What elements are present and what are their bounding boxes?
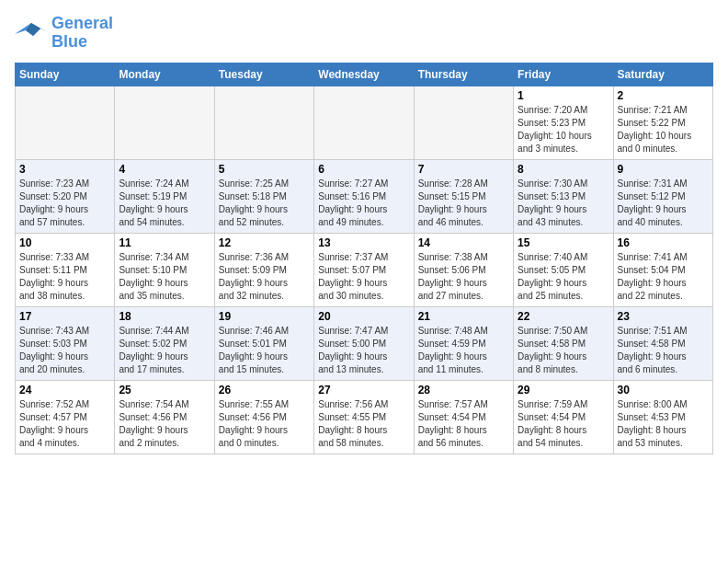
- calendar-cell: [314, 86, 414, 159]
- calendar-cell: 13Sunrise: 7:37 AM Sunset: 5:07 PM Dayli…: [314, 233, 414, 306]
- calendar-cell: 27Sunrise: 7:56 AM Sunset: 4:55 PM Dayli…: [314, 380, 414, 454]
- day-info: Sunrise: 7:23 AM Sunset: 5:20 PM Dayligh…: [19, 178, 110, 229]
- day-number: 11: [119, 236, 210, 249]
- day-number: 19: [219, 310, 310, 323]
- calendar-cell: 3Sunrise: 7:23 AM Sunset: 5:20 PM Daylig…: [16, 159, 115, 233]
- calendar-cell: 23Sunrise: 7:51 AM Sunset: 4:58 PM Dayli…: [613, 306, 712, 380]
- day-number: 5: [219, 163, 310, 176]
- day-info: Sunrise: 7:48 AM Sunset: 4:59 PM Dayligh…: [418, 325, 509, 376]
- weekday-tuesday: Tuesday: [214, 63, 313, 86]
- calendar-cell: 1Sunrise: 7:20 AM Sunset: 5:23 PM Daylig…: [514, 86, 613, 159]
- day-info: Sunrise: 7:47 AM Sunset: 5:00 PM Dayligh…: [318, 325, 409, 376]
- day-info: Sunrise: 7:51 AM Sunset: 4:58 PM Dayligh…: [618, 325, 709, 376]
- calendar-cell: 29Sunrise: 7:59 AM Sunset: 4:54 PM Dayli…: [514, 380, 613, 454]
- day-number: 20: [318, 310, 409, 323]
- day-number: 4: [119, 163, 210, 176]
- weekday-saturday: Saturday: [613, 63, 712, 86]
- calendar-cell: 7Sunrise: 7:28 AM Sunset: 5:15 PM Daylig…: [414, 159, 513, 233]
- weekday-monday: Monday: [115, 63, 214, 86]
- day-info: Sunrise: 7:41 AM Sunset: 5:04 PM Dayligh…: [618, 251, 709, 303]
- calendar-cell: 2Sunrise: 7:21 AM Sunset: 5:22 PM Daylig…: [613, 86, 712, 159]
- calendar-cell: 11Sunrise: 7:34 AM Sunset: 5:10 PM Dayli…: [115, 233, 214, 306]
- day-info: Sunrise: 7:54 AM Sunset: 4:56 PM Dayligh…: [119, 398, 210, 450]
- day-number: 3: [19, 163, 110, 176]
- calendar-cell: 12Sunrise: 7:36 AM Sunset: 5:09 PM Dayli…: [214, 233, 313, 306]
- svg-marker-1: [26, 23, 40, 36]
- logo: General Blue: [15, 15, 113, 52]
- day-info: Sunrise: 7:24 AM Sunset: 5:19 PM Dayligh…: [119, 178, 210, 229]
- day-number: 29: [518, 384, 609, 396]
- calendar-cell: 18Sunrise: 7:44 AM Sunset: 5:02 PM Dayli…: [115, 306, 214, 380]
- calendar-cell: 26Sunrise: 7:55 AM Sunset: 4:56 PM Dayli…: [214, 380, 313, 454]
- day-number: 12: [219, 236, 310, 249]
- calendar-cell: 8Sunrise: 7:30 AM Sunset: 5:13 PM Daylig…: [514, 159, 613, 233]
- calendar-table: SundayMondayTuesdayWednesdayThursdayFrid…: [15, 63, 713, 454]
- day-info: Sunrise: 7:55 AM Sunset: 4:56 PM Dayligh…: [219, 398, 310, 450]
- day-number: 9: [618, 163, 709, 176]
- day-number: 30: [618, 384, 709, 396]
- day-number: 10: [19, 236, 110, 249]
- day-number: 8: [518, 163, 609, 176]
- day-number: 25: [119, 384, 210, 396]
- calendar-cell: 21Sunrise: 7:48 AM Sunset: 4:59 PM Dayli…: [414, 306, 513, 380]
- calendar-cell: 24Sunrise: 7:52 AM Sunset: 4:57 PM Dayli…: [16, 380, 115, 454]
- calendar-cell: 30Sunrise: 8:00 AM Sunset: 4:53 PM Dayli…: [613, 380, 712, 454]
- day-number: 24: [19, 384, 110, 396]
- page-header: General Blue: [15, 15, 713, 52]
- day-number: 17: [19, 310, 110, 323]
- day-info: Sunrise: 7:40 AM Sunset: 5:05 PM Dayligh…: [518, 251, 609, 303]
- weekday-header-row: SundayMondayTuesdayWednesdayThursdayFrid…: [16, 63, 713, 86]
- day-number: 15: [518, 236, 609, 249]
- week-row-2: 3Sunrise: 7:23 AM Sunset: 5:20 PM Daylig…: [16, 159, 713, 233]
- calendar-cell: [16, 86, 115, 159]
- calendar-cell: 20Sunrise: 7:47 AM Sunset: 5:00 PM Dayli…: [314, 306, 414, 380]
- weekday-friday: Friday: [514, 63, 613, 86]
- logo-bird-icon: [15, 19, 48, 47]
- day-info: Sunrise: 7:37 AM Sunset: 5:07 PM Dayligh…: [318, 251, 409, 303]
- day-number: 22: [518, 310, 609, 323]
- calendar-cell: [115, 86, 214, 159]
- day-info: Sunrise: 7:56 AM Sunset: 4:55 PM Dayligh…: [318, 398, 409, 450]
- day-info: Sunrise: 7:36 AM Sunset: 5:09 PM Dayligh…: [219, 251, 310, 303]
- day-number: 13: [318, 236, 409, 249]
- day-info: Sunrise: 7:20 AM Sunset: 5:23 PM Dayligh…: [518, 104, 609, 155]
- day-info: Sunrise: 7:38 AM Sunset: 5:06 PM Dayligh…: [418, 251, 509, 303]
- day-number: 21: [418, 310, 509, 323]
- day-number: 23: [618, 310, 709, 323]
- day-number: 26: [219, 384, 310, 396]
- day-info: Sunrise: 7:59 AM Sunset: 4:54 PM Dayligh…: [518, 398, 609, 450]
- day-number: 16: [618, 236, 709, 249]
- day-info: Sunrise: 7:50 AM Sunset: 4:58 PM Dayligh…: [518, 325, 609, 376]
- week-row-3: 10Sunrise: 7:33 AM Sunset: 5:11 PM Dayli…: [16, 233, 713, 306]
- day-info: Sunrise: 7:28 AM Sunset: 5:15 PM Dayligh…: [418, 178, 509, 229]
- week-row-5: 24Sunrise: 7:52 AM Sunset: 4:57 PM Dayli…: [16, 380, 713, 454]
- day-number: 14: [418, 236, 509, 249]
- day-info: Sunrise: 7:46 AM Sunset: 5:01 PM Dayligh…: [219, 325, 310, 376]
- calendar-cell: 28Sunrise: 7:57 AM Sunset: 4:54 PM Dayli…: [414, 380, 513, 454]
- day-info: Sunrise: 7:25 AM Sunset: 5:18 PM Dayligh…: [219, 178, 310, 229]
- calendar-cell: [414, 86, 513, 159]
- calendar-cell: 4Sunrise: 7:24 AM Sunset: 5:19 PM Daylig…: [115, 159, 214, 233]
- weekday-wednesday: Wednesday: [314, 63, 414, 86]
- calendar-cell: 15Sunrise: 7:40 AM Sunset: 5:05 PM Dayli…: [514, 233, 613, 306]
- calendar-cell: 9Sunrise: 7:31 AM Sunset: 5:12 PM Daylig…: [613, 159, 712, 233]
- calendar-cell: 17Sunrise: 7:43 AM Sunset: 5:03 PM Dayli…: [16, 306, 115, 380]
- calendar-cell: 5Sunrise: 7:25 AM Sunset: 5:18 PM Daylig…: [214, 159, 313, 233]
- calendar-body: 1Sunrise: 7:20 AM Sunset: 5:23 PM Daylig…: [16, 86, 713, 454]
- weekday-thursday: Thursday: [414, 63, 513, 86]
- calendar-cell: 22Sunrise: 7:50 AM Sunset: 4:58 PM Dayli…: [514, 306, 613, 380]
- day-info: Sunrise: 7:43 AM Sunset: 5:03 PM Dayligh…: [19, 325, 110, 376]
- day-info: Sunrise: 7:21 AM Sunset: 5:22 PM Dayligh…: [618, 104, 709, 155]
- week-row-4: 17Sunrise: 7:43 AM Sunset: 5:03 PM Dayli…: [16, 306, 713, 380]
- day-number: 2: [618, 89, 709, 102]
- calendar-cell: 19Sunrise: 7:46 AM Sunset: 5:01 PM Dayli…: [214, 306, 313, 380]
- calendar-cell: 16Sunrise: 7:41 AM Sunset: 5:04 PM Dayli…: [613, 233, 712, 306]
- day-number: 28: [418, 384, 509, 396]
- calendar-cell: [214, 86, 313, 159]
- day-info: Sunrise: 7:31 AM Sunset: 5:12 PM Dayligh…: [618, 178, 709, 229]
- day-info: Sunrise: 8:00 AM Sunset: 4:53 PM Dayligh…: [618, 398, 709, 450]
- day-info: Sunrise: 7:57 AM Sunset: 4:54 PM Dayligh…: [418, 398, 509, 450]
- calendar-cell: 14Sunrise: 7:38 AM Sunset: 5:06 PM Dayli…: [414, 233, 513, 306]
- calendar-cell: 25Sunrise: 7:54 AM Sunset: 4:56 PM Dayli…: [115, 380, 214, 454]
- day-info: Sunrise: 7:33 AM Sunset: 5:11 PM Dayligh…: [19, 251, 110, 303]
